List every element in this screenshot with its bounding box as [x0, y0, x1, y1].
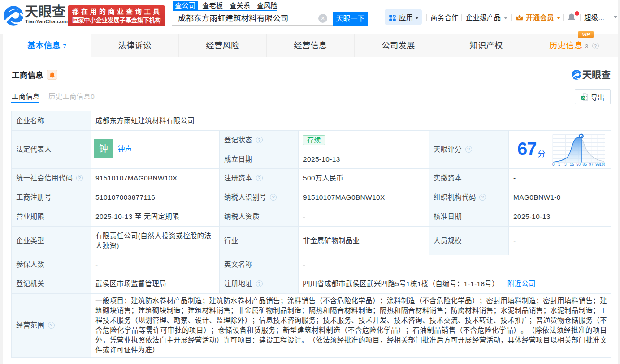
svg-text:15: 15 [570, 163, 574, 167]
svg-text:1: 1 [558, 163, 560, 167]
svg-text:85: 85 [583, 163, 587, 167]
svg-text:3: 3 [564, 163, 567, 167]
svg-text:97: 97 [589, 163, 594, 167]
svg-text:100: 100 [599, 163, 605, 167]
svg-text:X: X [582, 96, 585, 100]
svg-text:0: 0 [552, 163, 555, 167]
svg-text:50: 50 [576, 163, 581, 167]
